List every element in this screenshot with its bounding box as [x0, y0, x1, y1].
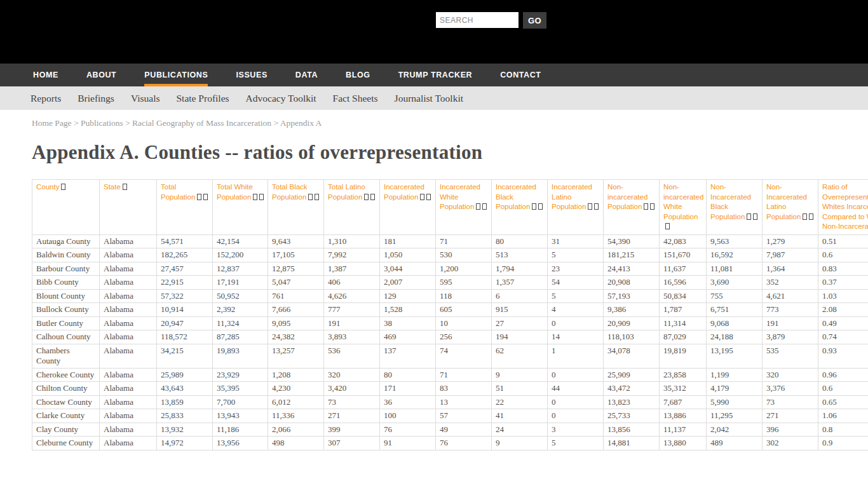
column-header-incarcerated-black-population[interactable]: Incarcerated Black Population: [492, 180, 548, 235]
nav-item-trump-tracker[interactable]: TRUMP TRACKER: [398, 64, 473, 86]
search-input[interactable]: [436, 12, 519, 28]
sort-icon[interactable]: [650, 203, 654, 210]
county-cell: Choctaw County: [32, 395, 100, 409]
data-cell: 13,932: [157, 423, 213, 437]
column-header-ratio-of-overrepresentation-of-whites-in[interactable]: Ratio of Overrepresentation of Whites In…: [818, 180, 868, 235]
data-cell: 34,078: [604, 344, 660, 368]
data-cell: 1,279: [763, 234, 818, 248]
column-header-non-incarcerated-black-population[interactable]: Non-Incarcerated Black Population: [707, 180, 763, 235]
county-cell: Calhoun County: [32, 330, 100, 344]
data-cell: 399: [324, 423, 380, 437]
sort-icon[interactable]: [370, 194, 375, 200]
data-cell: 14,972: [157, 437, 213, 451]
sort-icon[interactable]: [308, 194, 313, 200]
sort-icon[interactable]: [197, 194, 201, 200]
data-cell: 5: [548, 437, 604, 451]
sort-icon[interactable]: [803, 214, 807, 220]
breadcrumb-separator: >: [123, 118, 132, 128]
column-header-non-incarcerated-population[interactable]: Non-incarcerated Population: [604, 180, 660, 235]
search-go-button[interactable]: GO: [523, 12, 546, 29]
data-cell: 3,044: [380, 262, 436, 276]
data-cell: Alabama: [100, 276, 157, 290]
column-header-state[interactable]: State: [100, 180, 157, 235]
column-header-incarcerated-latino-population[interactable]: Incarcerated Latino Population: [548, 180, 604, 235]
column-header-incarcerated-white-population[interactable]: Incarcerated White Population: [436, 180, 492, 235]
sort-icon[interactable]: [203, 194, 208, 200]
sort-icon[interactable]: [364, 194, 369, 200]
data-cell: 22: [492, 395, 548, 409]
data-cell: 41: [492, 409, 548, 423]
data-cell: 19,819: [660, 344, 707, 368]
nav-item-home[interactable]: HOME: [33, 64, 58, 86]
column-header-non-incarcerated-white-population[interactable]: Non-incarcerated White Population: [660, 180, 707, 235]
nav-item-blog[interactable]: BLOG: [346, 64, 370, 86]
sort-icon[interactable]: [753, 214, 757, 220]
sort-icon[interactable]: [420, 194, 424, 200]
subnav-item-briefings[interactable]: Briefings: [78, 93, 114, 104]
column-header-total-population[interactable]: Total Population: [157, 180, 213, 235]
sort-icon[interactable]: [61, 184, 65, 190]
sort-icon[interactable]: [123, 184, 127, 190]
data-table-container: CountyStateTotal PopulationTotal White P…: [32, 179, 868, 451]
data-cell: 0.83: [818, 262, 868, 276]
column-header-total-black-population[interactable]: Total Black Population: [268, 180, 324, 235]
sort-icon[interactable]: [482, 203, 487, 210]
page: GO HOMEABOUTPUBLICATIONSISSUESDATABLOGTR…: [0, 0, 868, 488]
column-header-total-white-population[interactable]: Total White Population: [213, 180, 268, 235]
subnav-item-reports[interactable]: Reports: [31, 93, 61, 104]
data-cell: 13,943: [213, 409, 268, 423]
data-cell: 3,376: [763, 382, 818, 396]
data-cell: 0.6: [818, 248, 868, 262]
data-cell: 535: [763, 344, 818, 368]
sort-icon[interactable]: [665, 223, 670, 229]
data-cell: Alabama: [100, 437, 157, 451]
breadcrumb-link-racial-geography-of-mass-incarceration[interactable]: Racial Geography of Mass Incarceration: [132, 118, 271, 128]
data-cell: 1,050: [380, 248, 436, 262]
sort-icon[interactable]: [588, 203, 592, 210]
data-cell: 20,908: [604, 276, 660, 290]
subnav-item-journalist-toolkit[interactable]: Journalist Toolkit: [395, 93, 463, 104]
subnav-item-fact-sheets[interactable]: Fact Sheets: [333, 93, 378, 104]
subnav-item-advocacy-toolkit[interactable]: Advocacy Toolkit: [246, 93, 316, 104]
sort-icon[interactable]: [747, 214, 751, 220]
subnav-item-visuals[interactable]: Visuals: [131, 93, 160, 104]
sub-nav: ReportsBriefingsVisualsState ProfilesAdv…: [0, 86, 868, 110]
sort-icon[interactable]: [476, 203, 480, 210]
sort-icon[interactable]: [315, 194, 319, 200]
data-cell: 1,199: [707, 368, 763, 382]
breadcrumb-link-publications[interactable]: Publications: [81, 118, 123, 128]
data-cell: 1,310: [324, 234, 380, 248]
sort-icon[interactable]: [809, 214, 813, 220]
data-cell: 3,879: [763, 330, 818, 344]
data-cell: 536: [324, 344, 380, 368]
sort-icon[interactable]: [253, 194, 257, 200]
data-cell: Alabama: [100, 409, 157, 423]
column-header-non-incarcerated-latino-population[interactable]: Non-Incarcerated Latino Population: [763, 180, 818, 235]
sort-icon[interactable]: [532, 203, 536, 210]
nav-item-issues[interactable]: ISSUES: [236, 64, 267, 86]
nav-item-contact[interactable]: CONTACT: [500, 64, 541, 86]
sort-icon[interactable]: [594, 203, 599, 210]
sort-icon[interactable]: [426, 194, 431, 200]
data-cell: 6,012: [268, 395, 324, 409]
subnav-item-state-profiles[interactable]: State Profiles: [176, 93, 229, 104]
breadcrumb-link-home-page[interactable]: Home Page: [32, 118, 72, 128]
county-cell: Bullock County: [32, 303, 100, 317]
data-cell: 1,208: [268, 368, 324, 382]
data-cell: 6: [492, 289, 548, 303]
data-cell: Alabama: [100, 289, 157, 303]
sort-icon[interactable]: [644, 203, 648, 210]
data-cell: 9,643: [268, 234, 324, 248]
column-header-total-latino-population[interactable]: Total Latino Population: [324, 180, 380, 235]
nav-item-about[interactable]: ABOUT: [86, 64, 116, 86]
data-cell: 191: [763, 316, 818, 330]
data-cell: 42,154: [213, 234, 268, 248]
sort-icon[interactable]: [538, 203, 543, 210]
data-cell: 11,314: [660, 316, 707, 330]
column-header-county[interactable]: County: [32, 180, 100, 235]
nav-item-data[interactable]: DATA: [295, 64, 318, 86]
data-cell: 302: [763, 437, 818, 451]
nav-item-publications[interactable]: PUBLICATIONS: [144, 64, 208, 86]
column-header-incarcerated-population[interactable]: Incarcerated Population: [380, 180, 436, 235]
sort-icon[interactable]: [259, 194, 264, 200]
